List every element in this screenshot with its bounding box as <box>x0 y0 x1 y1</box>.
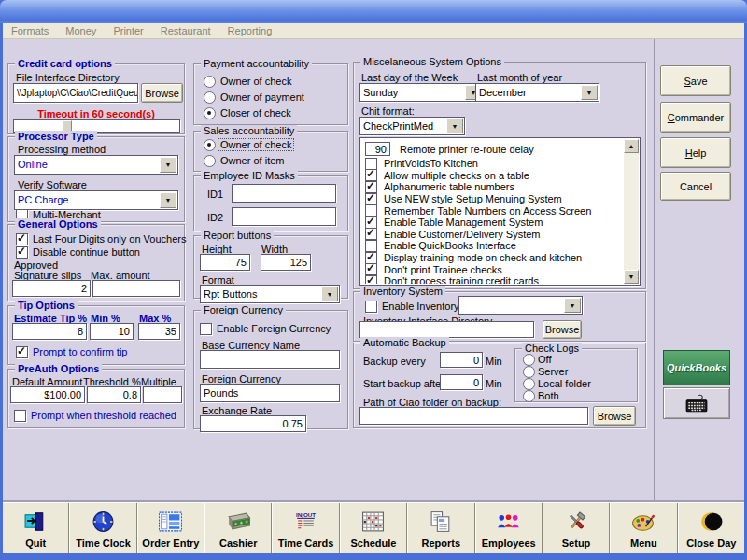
menu-money[interactable]: Money <box>57 25 105 36</box>
owner-of-check-radio[interactable] <box>204 76 216 88</box>
prompt-threshold-checkbox[interactable] <box>14 410 26 422</box>
owner-of-payment-radio[interactable] <box>204 91 216 104</box>
toolbar-button-order-entry[interactable]: Order Entry <box>137 503 204 553</box>
toolbar-button-menu[interactable]: Menu <box>610 503 677 553</box>
foreign-currency-input[interactable]: Pounds <box>200 384 340 402</box>
option-checkbox[interactable] <box>365 228 377 240</box>
check-logs-server-radio[interactable] <box>523 366 535 378</box>
toolbar-button-schedule[interactable]: Schedule <box>340 503 407 553</box>
signature-slips-input[interactable]: 2 <box>12 280 91 297</box>
default-amount-input[interactable]: $100.00 <box>10 386 85 403</box>
max-percent-input[interactable]: 35 <box>138 323 180 340</box>
toolbar-button-time-cards[interactable]: IN|OUT Time Cards <box>272 503 339 553</box>
prompt-confirm-tip-checkbox[interactable] <box>16 346 28 358</box>
toolbar-label: Setup <box>562 538 591 549</box>
chevron-down-icon[interactable] <box>160 192 176 208</box>
threshold-input[interactable]: 0.8 <box>87 386 141 403</box>
misc-option-row[interactable]: Enable QuickBooks Interface <box>365 240 622 252</box>
toolbar-button-cashier[interactable]: Cashier <box>204 503 272 553</box>
chit-format-combo[interactable]: CheckPrintMed <box>359 117 465 135</box>
menu-restaurant[interactable]: Restaurant <box>152 25 219 36</box>
commander-button[interactable]: Commander <box>660 102 731 133</box>
inventory-browse-button[interactable]: Browse <box>543 320 582 339</box>
group-title: Sales accountability <box>201 125 297 136</box>
menu-reporting[interactable]: Reporting <box>219 25 281 36</box>
processing-method-combo[interactable]: Online <box>14 155 178 175</box>
misc-option-row[interactable]: Allow multiple checks on a table <box>365 170 622 182</box>
closer-of-check-radio[interactable] <box>204 107 216 119</box>
toolbar-button-setup[interactable]: Setup <box>543 503 610 553</box>
chevron-down-icon[interactable] <box>446 119 463 133</box>
check-logs-local-radio[interactable] <box>523 378 535 390</box>
check-logs-group: Check Logs Off Server Local folder Both <box>514 348 638 402</box>
id2-input[interactable] <box>232 207 336 226</box>
chevron-down-icon[interactable] <box>564 298 581 313</box>
enable-inventory-checkbox[interactable] <box>365 301 377 313</box>
reroute-delay-input[interactable]: 90 <box>365 142 390 156</box>
toolbar-button-close-day[interactable]: Close Day <box>678 503 744 553</box>
chevron-down-icon[interactable] <box>581 85 598 100</box>
chevron-down-icon[interactable] <box>321 287 338 301</box>
help-button[interactable]: Help <box>660 137 731 168</box>
save-button[interactable]: Save <box>660 65 731 96</box>
backup-path-input[interactable] <box>359 407 588 425</box>
misc-option-row[interactable]: Alphanumeric table numbers <box>365 181 622 193</box>
start-backup-input[interactable]: 0 <box>440 374 483 390</box>
scrollbar[interactable] <box>624 139 639 284</box>
keyboard-button[interactable] <box>663 387 730 419</box>
inventory-directory-input[interactable] <box>359 321 534 338</box>
check-logs-off-radio[interactable] <box>523 354 535 366</box>
backup-browse-button[interactable]: Browse <box>593 406 636 426</box>
misc-option-row[interactable]: PrintVoidsTo Kitchen <box>365 158 622 170</box>
toolbar-button-employees[interactable]: Employees <box>475 503 543 553</box>
last-month-label: Last month of year <box>477 72 562 83</box>
height-input[interactable]: 75 <box>200 254 250 271</box>
quickbooks-button[interactable]: QuickBooks <box>663 350 730 385</box>
exchange-rate-input[interactable]: 0.75 <box>200 415 306 432</box>
scroll-down-icon[interactable] <box>624 270 639 284</box>
misc-option-row[interactable]: Don't print Trainee checks <box>365 263 622 275</box>
id1-input[interactable] <box>232 184 336 203</box>
option-label: Use NEW style Setup Menuing System <box>384 193 562 204</box>
option-label: Allow multiple checks on a table <box>384 170 529 181</box>
option-checkbox[interactable] <box>365 275 377 284</box>
id1-label: ID1 <box>207 189 223 200</box>
scroll-up-icon[interactable] <box>624 139 639 153</box>
toolbar-button-quit[interactable]: Quit <box>3 503 69 553</box>
menu-formats[interactable]: Formats <box>3 25 57 36</box>
sales-owner-of-item-radio[interactable] <box>204 155 216 167</box>
misc-option-row[interactable]: Enable Customer/Delivery System <box>365 229 622 241</box>
menu-printer[interactable]: Printer <box>105 25 151 36</box>
multiple-input[interactable] <box>143 386 182 403</box>
backup-every-input[interactable]: 0 <box>440 352 483 368</box>
min-percent-input[interactable]: 10 <box>90 323 134 340</box>
chevron-down-icon[interactable] <box>160 157 176 173</box>
cancel-button[interactable]: Cancel <box>660 172 731 201</box>
check-logs-both-radio[interactable] <box>523 390 535 402</box>
misc-option-row[interactable]: Use NEW style Setup Menuing System <box>365 193 622 205</box>
credit-browse-button[interactable]: Browse <box>141 83 183 103</box>
disable-continue-label: Disable continue button <box>33 246 140 258</box>
enable-foreign-currency-checkbox[interactable] <box>200 323 212 335</box>
max-amount-input[interactable] <box>92 280 180 297</box>
sales-owner-of-check-radio[interactable] <box>204 139 216 151</box>
title-bar[interactable] <box>0 0 747 23</box>
disable-continue-checkbox[interactable] <box>16 246 28 259</box>
misc-option-row[interactable]: Enable Table Management System <box>365 217 622 229</box>
file-interface-directory-input[interactable]: \\Jplaptop\C\Ciao\CreditQueue <box>13 83 138 103</box>
inventory-combo[interactable] <box>458 296 583 315</box>
last-month-combo[interactable]: December <box>475 83 599 102</box>
option-checkbox[interactable] <box>365 193 377 205</box>
base-currency-input[interactable] <box>200 350 340 369</box>
toolbar-button-reports[interactable]: Reports <box>407 503 474 553</box>
misc-option-row[interactable]: Display training mode on check and kitch… <box>365 252 622 264</box>
estimate-tip-input[interactable]: 8 <box>12 323 87 340</box>
misc-option-row[interactable]: Don't process training credit cards <box>365 275 622 284</box>
width-input[interactable]: 125 <box>261 254 311 271</box>
misc-option-row[interactable]: Remember Table Numbers on Access Screen <box>365 204 622 217</box>
format-combo[interactable]: Rpt Buttons <box>200 285 340 303</box>
start-backup-unit: Min <box>486 378 502 389</box>
verify-software-combo[interactable]: PC Charge <box>14 190 178 210</box>
last-day-combo[interactable]: Sunday <box>359 83 484 102</box>
toolbar-button-time-clock[interactable]: Time Clock <box>69 503 136 553</box>
